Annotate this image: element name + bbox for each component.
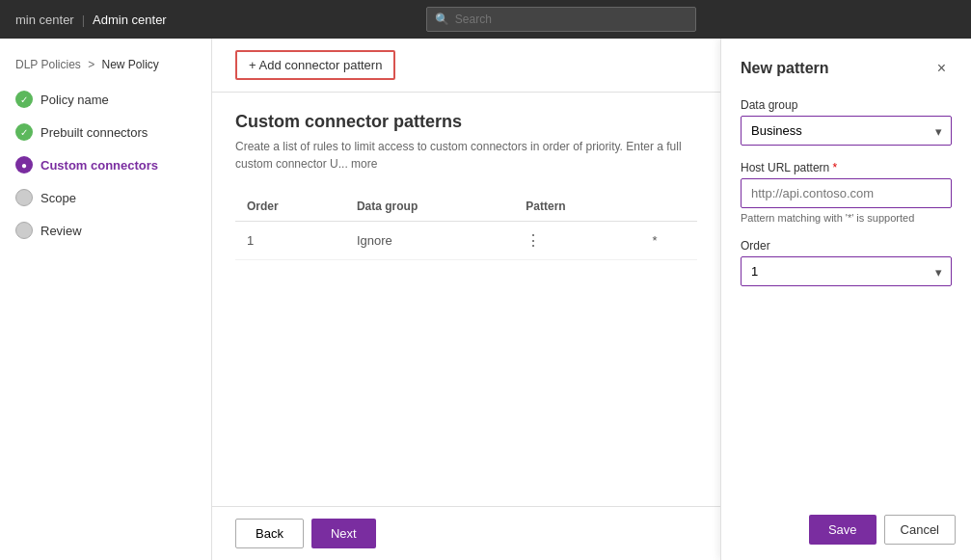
panel-footer: Save Cancel xyxy=(809,515,956,545)
breadcrumb-current: New Policy xyxy=(102,58,159,71)
sidebar: DLP Policies > New Policy ✓ Policy name … xyxy=(0,39,212,560)
right-panel: New pattern × Data group Business Non-Bu… xyxy=(720,39,971,560)
sidebar-item-review[interactable]: Review xyxy=(0,214,211,247)
nav-dot-policy-name: ✓ xyxy=(15,91,33,108)
section-desc: Create a list of rules to limit access t… xyxy=(235,138,697,173)
back-button[interactable]: Back xyxy=(235,519,304,548)
add-button-label: + Add connector pattern xyxy=(249,58,382,72)
pattern-table: Order Data group Pattern 1 Ignore ⋮ * xyxy=(235,192,697,260)
topbar-divider: | xyxy=(82,13,85,27)
row-data-group: Ignore xyxy=(345,222,514,260)
host-url-hint: Pattern matching with '*' is supported xyxy=(741,212,952,224)
row-pattern: * xyxy=(641,222,697,260)
nav-label-policy-name: Policy name xyxy=(40,93,109,107)
row-order: 1 xyxy=(235,222,345,260)
col-data-group: Data group xyxy=(345,192,514,222)
save-button[interactable]: Save xyxy=(809,515,877,545)
bottom-buttons: Back Next xyxy=(212,506,720,560)
app-title: min center xyxy=(15,13,74,27)
nav-label-scope: Scope xyxy=(40,191,76,205)
order-field: 1 2 3 ▾ xyxy=(741,256,952,286)
order-label: Order xyxy=(741,239,952,253)
nav-dot-custom-connectors: ● xyxy=(15,156,33,173)
nav-dot-scope xyxy=(15,189,33,206)
main-layout: DLP Policies > New Policy ✓ Policy name … xyxy=(0,39,971,560)
nav-label-custom-connectors: Custom connectors xyxy=(40,158,158,173)
host-url-label: Host URL pattern * xyxy=(741,161,952,174)
nav-label-prebuilt-connectors: Prebuilt connectors xyxy=(40,125,148,140)
toolbar: + Add connector pattern xyxy=(212,39,720,93)
sidebar-item-policy-name[interactable]: ✓ Policy name xyxy=(0,83,211,116)
add-connector-pattern-button[interactable]: + Add connector pattern xyxy=(235,50,395,80)
ellipsis-icon[interactable]: ⋮ xyxy=(526,232,541,249)
sidebar-item-prebuilt-connectors[interactable]: ✓ Prebuilt connectors xyxy=(0,116,211,148)
search-input[interactable] xyxy=(455,13,688,26)
data-group-label: Data group xyxy=(741,98,952,112)
admin-title: Admin center xyxy=(93,13,167,27)
breadcrumb: DLP Policies > New Policy xyxy=(0,50,211,83)
nav-dot-prebuilt-connectors: ✓ xyxy=(15,123,33,141)
row-more-icon[interactable]: ⋮ xyxy=(514,222,640,260)
required-marker: * xyxy=(833,161,838,174)
sidebar-item-scope[interactable]: Scope xyxy=(0,181,211,214)
nav-label-review: Review xyxy=(40,224,82,238)
col-pattern: Pattern xyxy=(514,192,640,222)
breadcrumb-parent[interactable]: DLP Policies xyxy=(15,58,81,71)
panel-title: New pattern xyxy=(741,60,829,77)
panel-header: New pattern × xyxy=(741,58,952,79)
nav-dot-review xyxy=(15,222,33,239)
col-order: Order xyxy=(235,192,345,222)
cancel-button[interactable]: Cancel xyxy=(884,515,956,545)
search-box[interactable]: 🔍 xyxy=(426,7,696,32)
sidebar-item-custom-connectors[interactable]: ● Custom connectors xyxy=(0,148,211,181)
content-area: + Add connector pattern Custom connector… xyxy=(212,39,720,560)
content-body: Custom connector patterns Create a list … xyxy=(212,93,720,280)
search-icon: 🔍 xyxy=(435,13,449,26)
col-actions xyxy=(641,192,697,222)
next-button[interactable]: Next xyxy=(311,519,376,548)
topbar: min center | Admin center 🔍 xyxy=(0,0,971,39)
data-group-select[interactable]: Business Non-Business Blocked Ignore xyxy=(741,116,952,146)
data-group-field: Business Non-Business Blocked Ignore ▾ xyxy=(741,116,952,146)
table-row: 1 Ignore ⋮ * xyxy=(235,222,697,260)
order-select[interactable]: 1 2 3 xyxy=(741,256,952,286)
panel-close-button[interactable]: × xyxy=(931,58,952,79)
section-title: Custom connector patterns xyxy=(235,112,697,132)
breadcrumb-separator: > xyxy=(88,58,94,71)
host-url-input[interactable] xyxy=(741,178,952,208)
